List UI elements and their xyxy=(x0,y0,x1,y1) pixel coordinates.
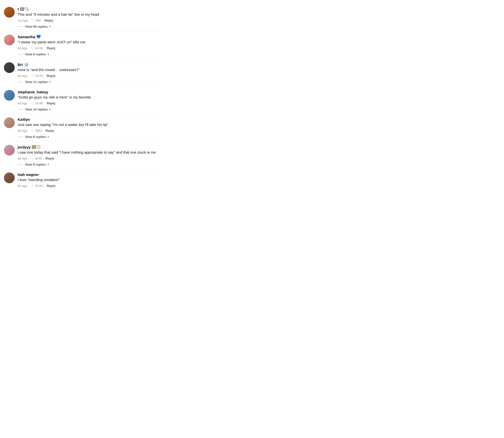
username-row: Samantha💙 xyxy=(18,35,163,39)
user-badge: 🎞️🔍 xyxy=(20,7,29,11)
comment-block: KaitlynJust saw one saying "I'm not a wa… xyxy=(0,114,167,142)
comment-timestamp: 6d ago xyxy=(18,74,27,78)
like-count: 24.6K xyxy=(35,46,43,50)
username-row: jordyyy🎞️📋 xyxy=(18,145,163,149)
username-row: leah wagner xyxy=(18,172,163,177)
username[interactable]: Samantha xyxy=(18,35,35,39)
reply-button[interactable]: Reply xyxy=(45,19,53,22)
comment-row: leah wagnerI love "standing ovulation"6d… xyxy=(4,172,163,188)
username[interactable]: t xyxy=(18,7,19,11)
avatar[interactable] xyxy=(4,90,15,101)
comment-content: Samantha💙"i swear my pants were JUST on"… xyxy=(18,35,163,50)
comment-row: stephanie_haleyy"Gotta go guys my ride i… xyxy=(4,90,163,105)
view-replies-button[interactable]: View 8 replies▾ xyxy=(18,163,163,166)
comment-text: "Gotta go guys my ride is here" is my fa… xyxy=(18,95,163,100)
comment-text: This and "5 minutes and a hair tie" live… xyxy=(18,12,163,17)
like-count: 3951 xyxy=(35,129,42,133)
reply-button[interactable]: Reply xyxy=(46,157,54,160)
avatar[interactable] xyxy=(4,7,15,18)
username-row: Bri🪩 xyxy=(18,62,163,67)
comment-meta-row: 6d ago♡19.8KReply xyxy=(18,101,163,105)
comment-text: I love "standing ovulation" xyxy=(18,177,163,182)
comment-timestamp: 6d ago xyxy=(18,101,27,105)
comment-timestamp: 6d ago xyxy=(18,184,27,188)
avatar-placeholder xyxy=(4,7,15,18)
avatar-placeholder xyxy=(4,117,15,128)
heart-icon[interactable]: ♡ xyxy=(31,18,35,22)
view-replies-button[interactable]: View 10 replies▾ xyxy=(18,108,163,111)
replies-line-decoration xyxy=(18,26,24,27)
chevron-down-icon: ▾ xyxy=(49,80,51,84)
username-row: t🎞️🔍 xyxy=(18,7,163,11)
comment-content: stephanie_haleyy"Gotta go guys my ride i… xyxy=(18,90,163,105)
view-replies-label: View 8 replies xyxy=(25,163,46,166)
avatar-placeholder xyxy=(4,145,15,156)
avatar-placeholder xyxy=(4,172,15,183)
like-group: ♡3951 xyxy=(31,129,42,133)
comment-text: mine is "and the crowd… undresses?" xyxy=(18,67,163,72)
avatar-placeholder xyxy=(4,90,15,101)
reply-button[interactable]: Reply xyxy=(47,74,55,78)
chevron-down-icon: ▾ xyxy=(48,53,49,56)
view-replies-label: View 11 replies xyxy=(25,80,48,84)
view-replies-label: View 9 replies xyxy=(25,52,46,56)
comment-block: jordyyy🎞️📋i saw one today that said "i h… xyxy=(0,142,167,169)
heart-icon[interactable]: ♡ xyxy=(31,101,34,105)
like-group: ♡19.8K xyxy=(31,101,43,105)
username[interactable]: jordyyy xyxy=(18,145,31,149)
username[interactable]: leah wagner xyxy=(18,172,39,177)
comment-text: i saw one today that said "i have nothin… xyxy=(18,150,163,155)
avatar-placeholder xyxy=(4,62,15,73)
avatar[interactable] xyxy=(4,62,15,73)
comments-list: t🎞️🔍This and "5 minutes and a hair tie" … xyxy=(0,4,167,191)
comment-content: jordyyy🎞️📋i saw one today that said "i h… xyxy=(18,145,163,160)
like-group: ♡46K xyxy=(31,18,41,22)
comment-block: Bri🪩mine is "and the crowd… undresses?"6… xyxy=(0,59,167,87)
reply-button[interactable]: Reply xyxy=(47,101,55,105)
heart-icon[interactable]: ♡ xyxy=(31,184,34,188)
comment-content: Bri🪩mine is "and the crowd… undresses?"6… xyxy=(18,62,163,78)
username[interactable]: Bri xyxy=(18,62,23,67)
comment-meta-row: 6d ago♡3951Reply xyxy=(18,129,163,133)
like-group: ♡53.6K xyxy=(31,184,43,188)
heart-icon[interactable]: ♡ xyxy=(31,129,34,133)
replies-line-decoration xyxy=(18,164,24,165)
user-badge: 💙 xyxy=(36,35,41,39)
avatar-placeholder xyxy=(4,35,15,45)
avatar[interactable] xyxy=(4,145,15,156)
heart-icon[interactable]: ♡ xyxy=(31,46,34,50)
comment-timestamp: 6d ago xyxy=(18,157,27,160)
view-replies-button[interactable]: View 6 replies▾ xyxy=(18,135,163,139)
avatar[interactable] xyxy=(4,172,15,183)
username[interactable]: stephanie_haleyy xyxy=(18,90,48,94)
reply-button[interactable]: Reply xyxy=(47,46,55,50)
avatar[interactable] xyxy=(4,117,15,128)
comment-block: t🎞️🔍This and "5 minutes and a hair tie" … xyxy=(0,4,167,31)
comment-block: Samantha💙"i swear my pants were JUST on"… xyxy=(0,32,167,59)
view-replies-button[interactable]: View 11 replies▾ xyxy=(18,80,163,84)
comment-text: "i swear my pants were JUST on" kills me xyxy=(18,39,163,45)
chevron-down-icon: ▾ xyxy=(49,25,51,28)
reply-button[interactable]: Reply xyxy=(46,129,54,133)
user-badge: 🎞️📋 xyxy=(32,145,41,149)
comment-text: Just saw one saying "I'm not a waiter bu… xyxy=(18,122,163,127)
avatar[interactable] xyxy=(4,35,15,45)
chevron-down-icon: ▾ xyxy=(48,135,49,138)
replies-line-decoration xyxy=(18,54,24,54)
replies-line-decoration xyxy=(18,109,24,110)
view-replies-button[interactable]: View 65 replies▾ xyxy=(18,25,163,28)
comment-meta-row: 1w ago♡46KReply xyxy=(18,18,163,22)
like-group: ♡9246 xyxy=(31,156,42,160)
comment-meta-row: 6d ago♡9246Reply xyxy=(18,156,163,160)
username[interactable]: Kaitlyn xyxy=(18,117,30,122)
view-replies-button[interactable]: View 9 replies▾ xyxy=(18,52,163,56)
comment-timestamp: 6d ago xyxy=(18,46,27,50)
chevron-down-icon: ▾ xyxy=(49,108,51,111)
view-replies-label: View 65 replies xyxy=(25,25,48,28)
heart-icon[interactable]: ♡ xyxy=(31,74,34,78)
comment-block: stephanie_haleyy"Gotta go guys my ride i… xyxy=(0,87,167,114)
chevron-down-icon: ▾ xyxy=(48,163,49,166)
like-count: 53.6K xyxy=(35,184,43,188)
heart-icon[interactable]: ♡ xyxy=(31,156,34,160)
reply-button[interactable]: Reply xyxy=(47,184,55,188)
